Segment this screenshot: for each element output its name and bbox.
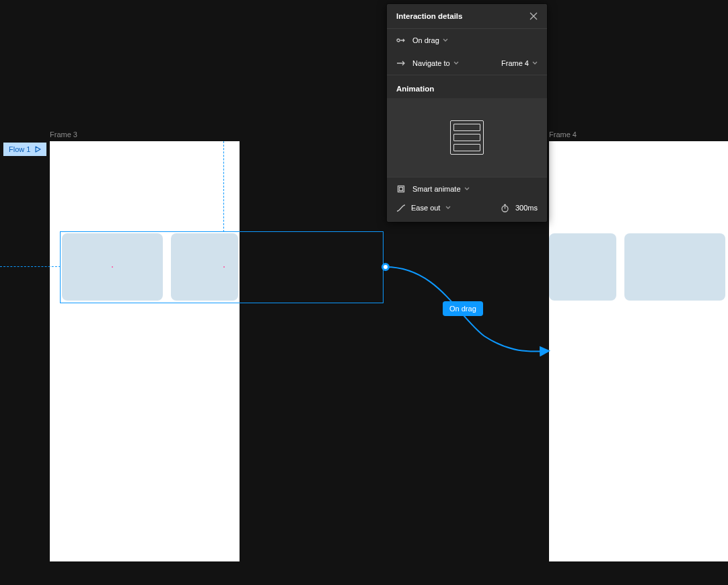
frame-label-right[interactable]: Frame 4 <box>549 130 577 139</box>
preview-stack-icon <box>450 120 484 155</box>
action-row[interactable]: Navigate to Frame 4 <box>387 52 547 75</box>
navigate-icon <box>396 58 406 68</box>
duration-label: 300ms <box>515 204 538 212</box>
trigger-label: On drag <box>412 36 439 44</box>
close-icon <box>530 12 538 20</box>
flow-label: Flow 1 <box>9 145 30 153</box>
flow-start-badge[interactable]: Flow 1 <box>3 143 46 156</box>
animation-preview[interactable] <box>387 98 547 178</box>
artboard-frame-3[interactable] <box>50 141 240 561</box>
panel-title: Interaction details <box>396 12 462 20</box>
guide-horizontal <box>0 266 61 267</box>
play-icon <box>34 146 41 153</box>
card[interactable] <box>171 233 238 301</box>
duration-field[interactable]: 300ms <box>501 203 538 212</box>
connector-trigger-pill[interactable]: On drag <box>443 301 483 316</box>
frame-label-left[interactable]: Frame 3 <box>50 130 77 139</box>
chevron-down-icon <box>443 38 448 42</box>
timer-icon <box>501 203 510 212</box>
drag-icon <box>396 36 406 45</box>
anchor-dot <box>112 266 113 268</box>
connector-start-node[interactable] <box>381 263 390 271</box>
svg-rect-2 <box>400 188 403 191</box>
ease-curve-icon <box>396 203 406 212</box>
easing-label: Ease out <box>411 204 440 212</box>
animation-section-title: Animation <box>387 75 547 98</box>
card[interactable] <box>624 233 725 301</box>
close-panel-button[interactable] <box>530 12 538 20</box>
artboard-frame-4[interactable] <box>549 141 728 561</box>
action-target: Frame 4 <box>501 59 529 67</box>
animate-type-row[interactable]: Smart animate <box>387 178 547 200</box>
anchor-dot <box>223 266 225 268</box>
chevron-down-icon <box>445 206 451 210</box>
easing-select[interactable]: Ease out <box>396 203 494 212</box>
action-target-select[interactable]: Frame 4 <box>501 59 538 67</box>
trigger-row[interactable]: On drag <box>387 29 547 52</box>
smart-animate-icon <box>396 184 406 194</box>
action-label: Navigate to <box>412 59 450 67</box>
guide-vertical <box>223 141 224 232</box>
animate-type-label: Smart animate <box>412 185 461 193</box>
chevron-down-icon <box>464 187 470 191</box>
chevron-down-icon <box>453 61 459 65</box>
svg-point-0 <box>397 39 400 42</box>
card[interactable] <box>549 233 616 301</box>
chevron-down-icon <box>532 61 538 65</box>
interaction-details-panel[interactable]: Interaction details On drag Navigate to … <box>387 4 547 222</box>
